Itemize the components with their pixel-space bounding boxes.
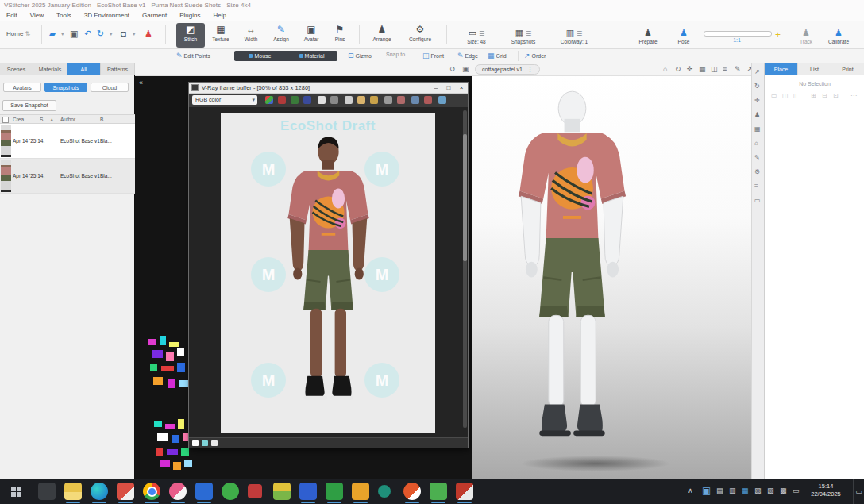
tab-place[interactable]: Place	[765, 63, 798, 75]
save-icon[interactable]: ▣	[70, 29, 78, 39]
taskbar-clock[interactable]: 15:14 22/04/2025	[804, 483, 848, 498]
action-center-button[interactable]: ▭	[853, 479, 864, 504]
texture-mode-button[interactable]: ▦ Texture	[206, 23, 235, 48]
select-all-checkbox[interactable]	[2, 117, 9, 123]
menu-help[interactable]: Help	[206, 12, 232, 19]
media-red-app-icon[interactable]	[248, 484, 262, 498]
stop-render-icon[interactable]	[424, 96, 432, 104]
tab-all[interactable]: All	[68, 63, 101, 75]
edit-tool-icon[interactable]: ✎	[754, 154, 760, 161]
open-caret-icon[interactable]: ▾	[61, 31, 64, 37]
vfb-scrollbar[interactable]	[463, 110, 467, 428]
gizmo-button[interactable]: ⊡Gizmo	[348, 52, 372, 60]
redo-icon[interactable]: ↻	[97, 29, 104, 39]
load-image-icon[interactable]	[357, 96, 365, 104]
subtab-avatars[interactable]: Avatars	[3, 83, 41, 92]
settings-tool-icon[interactable]: ⚙	[754, 168, 760, 175]
expand-tool-icon[interactable]: ↗	[754, 68, 760, 75]
tab-materials[interactable]: Materials	[33, 63, 68, 75]
subtab-cloud[interactable]: Cloud	[91, 83, 129, 92]
assign-mode-button[interactable]: ✎ Assign	[267, 23, 295, 48]
align-right-icon[interactable]: ▯	[793, 92, 796, 99]
chrome-browser-icon[interactable]	[143, 483, 160, 500]
col-created[interactable]: Crea...	[13, 117, 29, 122]
tray-onedrive-icon[interactable]: ▦	[742, 487, 749, 494]
swatch-white-icon[interactable]	[192, 440, 199, 446]
view-split-icon[interactable]: ◫	[711, 65, 718, 73]
collapse-panel-icon[interactable]: «	[139, 79, 143, 87]
rotate-tool-icon[interactable]: ↻	[754, 83, 760, 90]
group-icon[interactable]: ⊡	[833, 92, 839, 99]
arrange-button[interactable]: ♟ Arrange	[365, 23, 399, 48]
red-browser-app-icon[interactable]	[117, 483, 134, 500]
subtab-snapshots[interactable]: Snapshots	[44, 83, 87, 92]
whatsapp-app-icon[interactable]	[430, 483, 447, 500]
stamp-icon[interactable]	[411, 96, 419, 104]
maximize-button[interactable]: □	[442, 83, 455, 93]
view-home-icon[interactable]: ⌂	[663, 65, 667, 73]
swatch-gray-icon[interactable]	[211, 440, 218, 446]
avatar-opacity-slider[interactable]	[704, 31, 772, 37]
width-mode-button[interactable]: ↔ Width	[237, 23, 265, 48]
avatar-mode-button[interactable]: ▣ Avatar	[297, 23, 326, 48]
edge-button[interactable]: ✎Edge	[457, 52, 478, 60]
red-channel-icon[interactable]	[278, 96, 286, 104]
view-pan-icon[interactable]: ✛	[687, 65, 693, 73]
view-grid-icon[interactable]: ▦	[699, 65, 706, 73]
grid-button[interactable]: ▦Grid	[488, 52, 507, 60]
close-button[interactable]: ×	[455, 83, 468, 93]
tray-app-blue-icon[interactable]: ▣	[702, 485, 711, 496]
snapshots-dropdown[interactable]: ▦☰ Snapshots	[502, 25, 545, 46]
tray-battery-icon[interactable]: ▨	[767, 487, 774, 494]
snap-to-button[interactable]: Snap to	[386, 52, 405, 57]
file-explorer-icon[interactable]	[64, 483, 82, 500]
more-options-icon[interactable]: ⋯	[850, 92, 857, 99]
color-corrections-icon[interactable]	[438, 96, 446, 104]
teams-app-icon[interactable]	[378, 485, 391, 498]
blue-folder-app-icon[interactable]	[299, 483, 317, 500]
calibrate-button[interactable]: ♟ Calibrate	[821, 25, 856, 46]
tab-print[interactable]: Print	[831, 63, 864, 75]
col-badge[interactable]: B...	[100, 117, 108, 122]
distribute-v-icon[interactable]: ⊟	[822, 92, 827, 99]
configure-button[interactable]: ⚙ Configure	[402, 23, 438, 48]
menu-edit[interactable]: Edit	[0, 12, 24, 19]
move-tool-icon[interactable]: ✛	[754, 97, 760, 104]
history-icon[interactable]	[370, 96, 378, 104]
vfb-canvas[interactable]: EcoShot Draft M M M M M M	[189, 107, 468, 437]
material-toggle[interactable]: Material	[286, 53, 338, 59]
vray-frame-buffer-window[interactable]: V-Ray frame buffer - [50% of 853 x 1280]…	[188, 82, 469, 448]
tray-updates-icon[interactable]: ▩	[780, 487, 787, 494]
pins-mode-button[interactable]: ⚑ Pins	[326, 23, 354, 48]
avatar-tool-icon[interactable]: ♟	[754, 111, 760, 118]
front-button[interactable]: ◫Front	[422, 52, 444, 60]
order-button[interactable]: ↗Order	[524, 52, 546, 60]
align-left-icon[interactable]: ▭	[771, 92, 777, 99]
blue-channel-icon[interactable]	[303, 96, 311, 104]
monochrome-icon[interactable]	[330, 96, 338, 104]
view-options-icon[interactable]: ≡	[723, 65, 727, 73]
menu-tools[interactable]: Tools	[50, 12, 78, 19]
mouse-toggle[interactable]: Mouse	[234, 53, 286, 59]
col-status[interactable]: S...	[40, 117, 48, 122]
edit-points-button[interactable]: ✎Edit Points	[176, 52, 210, 60]
track-button[interactable]: ♟ Track	[793, 25, 820, 46]
swatch-teal-icon[interactable]	[202, 440, 208, 446]
garment-selector[interactable]: cottagepastel v1 ⋮	[475, 64, 540, 75]
design-app-icon[interactable]	[169, 483, 187, 500]
distribute-h-icon[interactable]: ⊞	[811, 92, 816, 99]
align-center-icon[interactable]: ◫	[782, 92, 789, 99]
word-app-icon[interactable]	[195, 483, 213, 500]
render-button[interactable]: ◉ Render	[858, 25, 864, 46]
minimize-button[interactable]: –	[430, 83, 442, 93]
menu-3d-environment[interactable]: 3D Environment	[78, 12, 136, 19]
person-orange-app-icon[interactable]	[403, 483, 421, 500]
powerpoint-app-icon[interactable]	[352, 483, 369, 500]
screen-capture-app-icon[interactable]	[38, 483, 56, 500]
tab-patterns[interactable]: Patterns	[101, 63, 135, 75]
prepare-button[interactable]: ♟ Prepare	[631, 25, 665, 46]
frame-tool-icon[interactable]: ▭	[754, 197, 761, 204]
camera-caret-icon[interactable]: ▾	[133, 31, 136, 37]
add-button[interactable]: +	[775, 29, 781, 40]
person-yellow-green-app-icon[interactable]	[273, 483, 291, 500]
